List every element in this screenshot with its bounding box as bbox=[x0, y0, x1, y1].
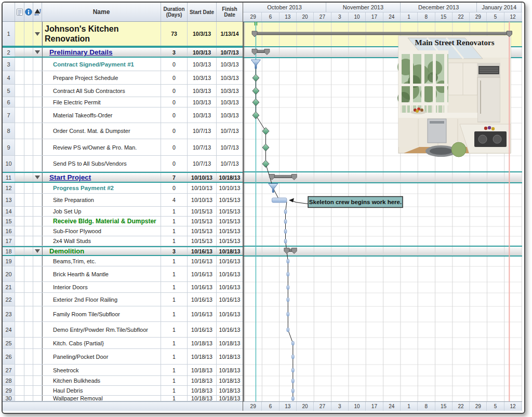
column-header-duration[interactable]: Duration (Days) bbox=[161, 3, 188, 21]
duration-cell[interactable]: 1 bbox=[161, 217, 188, 226]
finish-date-cell[interactable]: 10/7/13 bbox=[217, 156, 243, 171]
finish-date-cell[interactable]: 10/7/13 bbox=[217, 139, 243, 155]
finish-date-cell[interactable]: 10/15/13 bbox=[217, 236, 243, 246]
task-bar-row24[interactable] bbox=[287, 328, 289, 332]
finish-date-cell[interactable]: 10/15/13 bbox=[217, 217, 243, 226]
task-name-cell[interactable]: Material Takeoffs-Order bbox=[42, 107, 161, 123]
collapse-triangle-icon[interactable] bbox=[35, 176, 40, 179]
finish-date-cell[interactable]: 10/18/13 bbox=[217, 247, 243, 255]
task-name-cell[interactable]: Demo Entry/Powder Rm.Tile/Subfloor bbox=[42, 322, 161, 337]
task-name-cell[interactable]: Start Project bbox=[42, 173, 161, 182]
expand-collapse-cell[interactable] bbox=[33, 217, 42, 226]
task-bar-row16[interactable] bbox=[284, 230, 287, 234]
task-row-8[interactable]: 8Order Const. Mat. & Dumpster010/7/1310/… bbox=[3, 123, 243, 139]
start-date-cell[interactable]: 10/18/13 bbox=[188, 386, 217, 395]
row-notes-cell[interactable] bbox=[15, 156, 24, 171]
start-date-cell[interactable]: 10/16/13 bbox=[188, 266, 217, 281]
expand-collapse-cell[interactable] bbox=[33, 58, 42, 71]
finish-date-cell[interactable]: 10/7/13 bbox=[217, 48, 243, 57]
finish-date-cell[interactable]: 10/15/13 bbox=[217, 207, 243, 216]
task-bar-row28[interactable] bbox=[291, 379, 294, 383]
duration-cell[interactable]: 1 bbox=[161, 338, 188, 348]
expand-collapse-cell[interactable] bbox=[33, 71, 42, 84]
duration-cell[interactable]: 3 bbox=[161, 247, 188, 255]
finish-date-cell[interactable]: 10/15/13 bbox=[217, 194, 243, 206]
info-icon[interactable] bbox=[24, 3, 33, 21]
duration-cell[interactable]: 1 bbox=[161, 266, 188, 281]
expand-collapse-cell[interactable] bbox=[33, 48, 42, 57]
finish-date-cell[interactable]: 10/18/13 bbox=[217, 396, 243, 401]
row-number[interactable]: 11 bbox=[3, 173, 15, 182]
task-name-cell[interactable]: Kitch. Cabs {Partial} bbox=[42, 338, 161, 348]
row-info-cell[interactable] bbox=[24, 156, 33, 171]
finish-date-cell[interactable]: 10/18/13 bbox=[217, 365, 243, 375]
task-name-cell[interactable]: Contract Signed/Payment #1 bbox=[42, 58, 161, 71]
task-row-6[interactable]: 6File Electric Permit010/3/1310/3/13 bbox=[3, 97, 243, 107]
expand-collapse-cell[interactable] bbox=[33, 293, 42, 306]
row-notes-cell[interactable] bbox=[15, 226, 24, 236]
task-row-21[interactable]: 21Interior Doors110/16/1310/16/13 bbox=[3, 282, 243, 293]
duration-cell[interactable]: 1 bbox=[161, 349, 188, 364]
row-notes-cell[interactable] bbox=[15, 236, 24, 246]
duration-cell[interactable]: 73 bbox=[161, 22, 188, 46]
start-date-cell[interactable]: 10/18/13 bbox=[188, 396, 217, 401]
task-bar-row20[interactable] bbox=[287, 272, 289, 276]
task-name-cell[interactable]: Exterior 2nd Floor Railing bbox=[42, 293, 161, 306]
task-row-9[interactable]: 9Review PS w/Owner & Pro. Man.010/7/1310… bbox=[3, 139, 243, 156]
task-row-12[interactable]: 12Progress Payment #2010/10/1310/10/13 bbox=[3, 183, 243, 194]
sort-icon[interactable] bbox=[33, 3, 42, 21]
task-bar-row30[interactable] bbox=[291, 397, 294, 401]
start-date-cell[interactable]: 10/3/13 bbox=[188, 22, 217, 46]
start-date-cell[interactable]: 10/18/13 bbox=[188, 349, 217, 364]
expand-collapse-cell[interactable] bbox=[33, 256, 42, 266]
row-notes-cell[interactable] bbox=[15, 282, 24, 292]
task-name-cell[interactable]: Johnson's Kitchen Renovation bbox=[42, 22, 161, 46]
task-name-cell[interactable]: Sheetrock bbox=[42, 365, 161, 375]
duration-cell[interactable]: 1 bbox=[161, 207, 188, 216]
row-info-cell[interactable] bbox=[24, 386, 33, 395]
finish-date-cell[interactable]: 10/3/13 bbox=[217, 71, 243, 84]
duration-cell[interactable]: 1 bbox=[161, 226, 188, 236]
row-notes-cell[interactable] bbox=[15, 85, 24, 97]
duration-cell[interactable]: 1 bbox=[161, 376, 188, 385]
expand-collapse-cell[interactable] bbox=[33, 139, 42, 155]
row-notes-cell[interactable] bbox=[15, 123, 24, 139]
task-row-24[interactable]: 24Demo Entry/Powder Rm.Tile/Subfloor110/… bbox=[3, 322, 243, 338]
duration-cell[interactable]: 1 bbox=[161, 365, 188, 375]
task-row-2[interactable]: 2Preliminary Details310/3/1310/7/13 bbox=[3, 47, 243, 58]
task-row-27[interactable]: 27Sheetrock110/18/1310/18/13 bbox=[3, 365, 243, 376]
finish-date-cell[interactable]: 10/3/13 bbox=[217, 85, 243, 97]
expand-collapse-cell[interactable] bbox=[33, 247, 42, 255]
row-info-cell[interactable] bbox=[24, 85, 33, 97]
collapse-triangle-icon[interactable] bbox=[35, 50, 40, 54]
task-row-18[interactable]: 18Demolition310/16/1310/18/13 bbox=[3, 246, 243, 256]
row-number[interactable]: 5 bbox=[3, 85, 15, 97]
row-info-cell[interactable] bbox=[24, 217, 33, 226]
expand-collapse-cell[interactable] bbox=[33, 123, 42, 139]
row-notes-cell[interactable] bbox=[15, 256, 24, 266]
row-number[interactable]: 14 bbox=[3, 207, 15, 216]
row-notes-cell[interactable] bbox=[15, 107, 24, 123]
finish-date-cell[interactable]: 10/18/13 bbox=[217, 173, 243, 182]
row-notes-cell[interactable] bbox=[15, 207, 24, 216]
row-number[interactable]: 23 bbox=[3, 306, 15, 321]
task-row-5[interactable]: 5Contract All Sub Contractors010/3/1310/… bbox=[3, 85, 243, 97]
start-date-cell[interactable]: 10/10/13 bbox=[188, 173, 217, 182]
row-notes-cell[interactable] bbox=[15, 247, 24, 255]
task-row-26[interactable]: 26Paneling/Pocket Door110/18/1310/18/13 bbox=[3, 349, 243, 365]
start-date-cell[interactable]: 10/15/13 bbox=[188, 217, 217, 226]
start-date-cell[interactable]: 10/3/13 bbox=[188, 48, 217, 57]
start-date-cell[interactable]: 10/3/13 bbox=[188, 85, 217, 97]
task-row-19[interactable]: 19Beams,Trim, etc.110/16/1310/16/13 bbox=[3, 256, 243, 266]
task-row-16[interactable]: 16Sub-Floor Plywood110/15/1310/15/13 bbox=[3, 226, 243, 236]
row-info-cell[interactable] bbox=[24, 226, 33, 236]
duration-cell[interactable]: 3 bbox=[161, 48, 188, 57]
row-info-cell[interactable] bbox=[24, 71, 33, 84]
start-date-cell[interactable]: 10/16/13 bbox=[188, 306, 217, 321]
task-row-7[interactable]: 7Material Takeoffs-Order010/3/1310/3/13 bbox=[3, 107, 243, 123]
duration-cell[interactable]: 1 bbox=[161, 386, 188, 395]
task-name-cell[interactable]: Family Room Tile/Subfloor bbox=[42, 306, 161, 321]
duration-cell[interactable]: 1 bbox=[161, 293, 188, 306]
finish-date-cell[interactable]: 10/16/13 bbox=[217, 293, 243, 306]
task-row-10[interactable]: 10Send PS to All Subs/Vendors010/7/1310/… bbox=[3, 156, 243, 172]
